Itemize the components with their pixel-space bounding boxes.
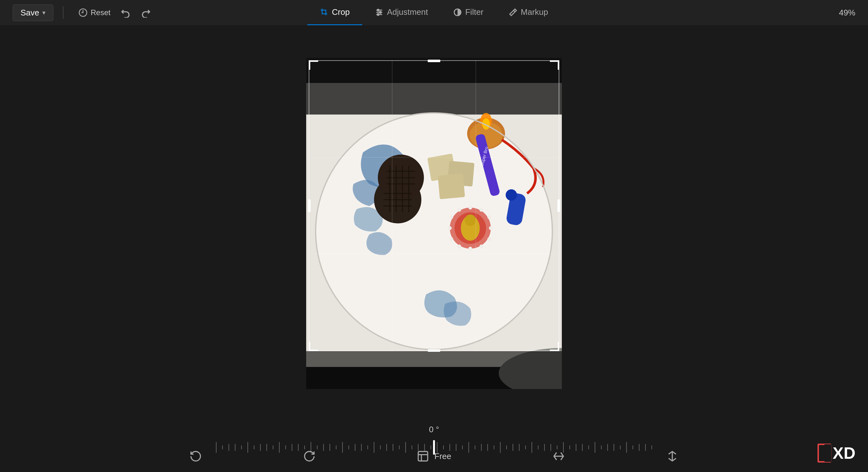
tab-adjustment[interactable]: Adjustment bbox=[362, 0, 441, 25]
center-tabs: Crop Adjustment Filter bbox=[307, 0, 561, 25]
svg-point-47 bbox=[487, 237, 491, 241]
flip-vertical-button[interactable] bbox=[666, 450, 679, 463]
flip-horizontal-button[interactable] bbox=[552, 450, 565, 463]
rotate-ccw-button[interactable] bbox=[189, 450, 202, 463]
svg-rect-63 bbox=[825, 444, 831, 462]
tab-crop[interactable]: Crop bbox=[307, 0, 362, 25]
svg-point-53 bbox=[450, 215, 453, 219]
svg-point-6 bbox=[377, 13, 379, 15]
svg-point-50 bbox=[457, 245, 461, 248]
svg-point-46 bbox=[489, 226, 493, 230]
undo-icon bbox=[121, 7, 131, 18]
image-container[interactable]: Super Bro bbox=[306, 58, 562, 389]
svg-point-58 bbox=[506, 189, 517, 201]
aspect-ratio-icon bbox=[416, 450, 429, 463]
reset-label: Reset bbox=[91, 8, 111, 17]
crop-icon bbox=[320, 8, 329, 17]
tab-markup-label: Markup bbox=[521, 7, 548, 17]
xda-logo: XDA bbox=[817, 444, 856, 463]
markup-icon bbox=[509, 8, 518, 17]
svg-point-51 bbox=[450, 237, 453, 241]
svg-point-56 bbox=[465, 215, 476, 226]
svg-rect-13 bbox=[306, 83, 562, 115]
tab-markup[interactable]: Markup bbox=[496, 0, 561, 25]
reset-icon bbox=[78, 7, 88, 18]
canvas-area: Super Bro bbox=[0, 25, 868, 421]
svg-point-43 bbox=[468, 206, 472, 210]
svg-text:XDA: XDA bbox=[833, 444, 856, 462]
redo-button[interactable] bbox=[136, 5, 156, 20]
bottom-bar: 0 ° bbox=[0, 421, 868, 472]
save-chevron-icon: ▾ bbox=[42, 9, 45, 17]
flip-horizontal-icon bbox=[552, 450, 565, 463]
svg-point-5 bbox=[379, 11, 381, 13]
center-marker bbox=[433, 440, 435, 454]
redo-icon bbox=[141, 7, 151, 18]
adjustment-icon bbox=[375, 8, 384, 17]
flip-vertical-icon bbox=[666, 450, 679, 463]
photo-svg: Super Bro bbox=[306, 58, 562, 389]
toolbar: Save ▾ Reset Crop bbox=[0, 0, 868, 25]
save-label: Save bbox=[21, 8, 39, 18]
rotate-ccw-icon bbox=[189, 450, 202, 463]
free-button[interactable]: Free bbox=[434, 451, 451, 461]
filter-icon bbox=[453, 8, 462, 17]
rotate-cw-button[interactable] bbox=[303, 450, 316, 463]
svg-point-48 bbox=[479, 245, 483, 248]
tab-adjustment-label: Adjustment bbox=[387, 7, 428, 17]
svg-rect-61 bbox=[418, 451, 428, 461]
xda-watermark: XDA bbox=[817, 444, 856, 463]
svg-point-45 bbox=[487, 215, 491, 219]
tab-filter[interactable]: Filter bbox=[441, 0, 496, 25]
svg-point-52 bbox=[448, 226, 452, 230]
svg-line-8 bbox=[514, 10, 515, 12]
tab-filter-label: Filter bbox=[465, 7, 484, 17]
undo-button[interactable] bbox=[116, 5, 136, 20]
zoom-level: 49% bbox=[839, 8, 856, 18]
toolbar-divider bbox=[63, 6, 63, 19]
tab-crop-label: Crop bbox=[332, 7, 350, 17]
svg-point-54 bbox=[457, 208, 461, 212]
free-label: Free bbox=[434, 451, 451, 461]
save-button[interactable]: Save ▾ bbox=[12, 4, 53, 21]
svg-point-4 bbox=[377, 9, 379, 11]
svg-rect-33 bbox=[438, 174, 465, 199]
svg-point-44 bbox=[479, 208, 483, 212]
rotate-cw-icon bbox=[303, 450, 316, 463]
reset-button[interactable]: Reset bbox=[73, 5, 116, 20]
angle-display: 0 ° bbox=[429, 425, 439, 435]
svg-point-49 bbox=[468, 247, 472, 251]
photo: Super Bro bbox=[306, 58, 562, 389]
